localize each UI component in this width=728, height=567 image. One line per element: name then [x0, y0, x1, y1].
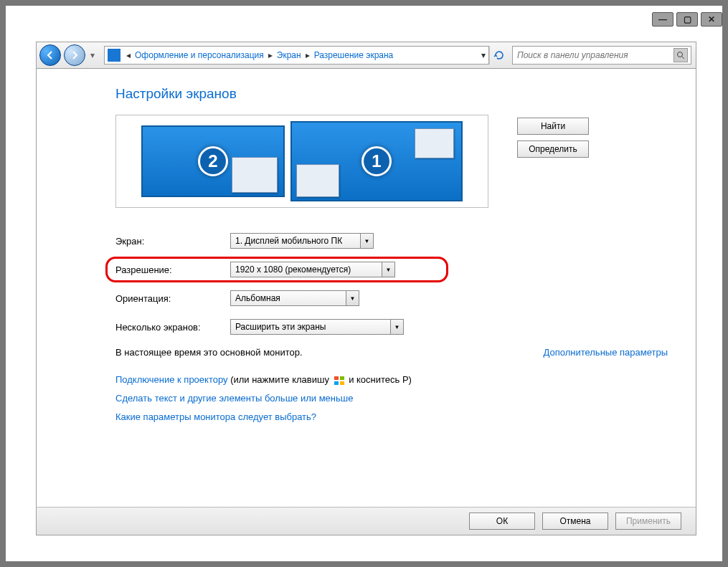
multi-display-label: Несколько экранов:	[115, 322, 230, 333]
window-thumb-icon	[296, 164, 339, 197]
chevron-down-icon: ▼	[382, 262, 394, 277]
advanced-settings-link[interactable]: Дополнительные параметры	[543, 347, 668, 358]
status-line: В настоящее время это основной монитор. …	[115, 347, 668, 358]
window-thumb-icon	[232, 157, 278, 193]
display-select[interactable]: 1. Дисплей мобильного ПК ▼	[230, 233, 374, 249]
help-link[interactable]: Какие параметры монитора следует выбрать…	[115, 411, 316, 422]
monitors-section: 2 1 Найти Определить	[115, 115, 679, 208]
text-scaling-link[interactable]: Сделать текст и другие элементы больше и…	[115, 393, 353, 404]
orientation-label: Ориентация:	[115, 293, 230, 304]
refresh-button[interactable]	[489, 46, 508, 65]
window-controls: — ▢ ✕	[649, 6, 722, 33]
arrow-left-icon	[45, 50, 55, 60]
monitor-badge: 2	[198, 146, 228, 176]
cancel-button[interactable]: Отмена	[542, 513, 608, 530]
window-thumb-icon	[415, 128, 454, 158]
projector-hint-b: и коснитесь P)	[346, 374, 412, 385]
monitor-1[interactable]: 1	[290, 121, 463, 201]
close-button[interactable]: ✕	[701, 12, 722, 27]
select-value: Расширить эти экраны	[235, 322, 326, 332]
nav-history-dropdown[interactable]: ▾	[87, 45, 98, 65]
content-area: Настройки экранов 2 1 Найти Определить Э…	[36, 69, 696, 514]
monitors-side-buttons: Найти Определить	[517, 118, 589, 158]
orientation-select[interactable]: Альбомная ▼	[230, 290, 359, 306]
nav-back-button[interactable]	[39, 44, 61, 66]
resolution-row: Разрешение: 1920 x 1080 (рекомендуется) …	[115, 255, 679, 284]
breadcrumb-item[interactable]: Экран	[274, 50, 304, 60]
help-links: Подключение к проектору (или нажмите кла…	[115, 371, 679, 427]
display-row: Экран: 1. Дисплей мобильного ПК ▼	[115, 227, 679, 255]
search-icon	[676, 51, 685, 59]
multi-display-select[interactable]: Расширить эти экраны ▼	[230, 319, 404, 335]
monitors-preview[interactable]: 2 1	[115, 115, 488, 208]
orientation-row: Ориентация: Альбомная ▼	[115, 284, 679, 313]
minimize-button[interactable]: —	[652, 12, 673, 27]
chevron-right-icon: ▸	[304, 50, 311, 60]
windows-key-icon	[334, 376, 345, 386]
ok-button[interactable]: ОК	[469, 513, 535, 530]
svg-point-0	[678, 52, 683, 57]
breadcrumb-item[interactable]: Разрешение экрана	[311, 50, 397, 60]
select-value: Альбомная	[235, 293, 280, 303]
nav-forward-button[interactable]	[64, 44, 85, 66]
chevron-left-icon[interactable]: ◂	[125, 50, 132, 60]
breadcrumb-item[interactable]: Оформление и персонализация	[132, 50, 267, 60]
display-label: Экран:	[115, 236, 230, 247]
search-button[interactable]	[673, 48, 688, 62]
primary-monitor-text: В настоящее время это основной монитор.	[115, 347, 303, 358]
search-box[interactable]	[512, 46, 691, 65]
chevron-right-icon: ▸	[267, 50, 274, 60]
arrow-right-icon	[70, 50, 80, 60]
footer: ОК Отмена Применить	[36, 507, 696, 535]
page-title: Настройки экранов	[115, 86, 679, 102]
monitor-badge: 1	[361, 146, 392, 176]
chevron-down-icon[interactable]: ▾	[481, 50, 486, 60]
projector-hint-a: (или нажмите клавишу	[228, 374, 332, 385]
detect-button[interactable]: Найти	[517, 118, 589, 135]
maximize-button[interactable]: ▢	[676, 12, 698, 27]
multi-display-row: Несколько экранов: Расширить эти экраны …	[115, 313, 679, 341]
resolution-label: Разрешение:	[115, 265, 230, 275]
projector-link[interactable]: Подключение к проектору	[115, 374, 228, 385]
chevron-down-icon: ▼	[346, 291, 359, 305]
chevron-down-icon: ▼	[360, 234, 373, 248]
toolbar: ▾ ◂ Оформление и персонализация ▸ Экран …	[36, 42, 696, 69]
select-value: 1. Дисплей мобильного ПК	[235, 236, 342, 246]
chevron-down-icon: ▼	[390, 320, 403, 334]
resolution-select[interactable]: 1920 x 1080 (рекомендуется) ▼	[230, 262, 395, 277]
search-input[interactable]	[516, 49, 673, 61]
identify-button[interactable]: Определить	[517, 140, 589, 158]
monitor-2[interactable]: 2	[141, 125, 285, 197]
refresh-icon	[493, 49, 505, 61]
apply-button[interactable]: Применить	[615, 513, 681, 530]
select-value: 1920 x 1080 (рекомендуется)	[235, 265, 351, 275]
address-bar[interactable]: ◂ Оформление и персонализация ▸ Экран ▸ …	[104, 46, 489, 65]
control-panel-icon	[108, 49, 120, 62]
